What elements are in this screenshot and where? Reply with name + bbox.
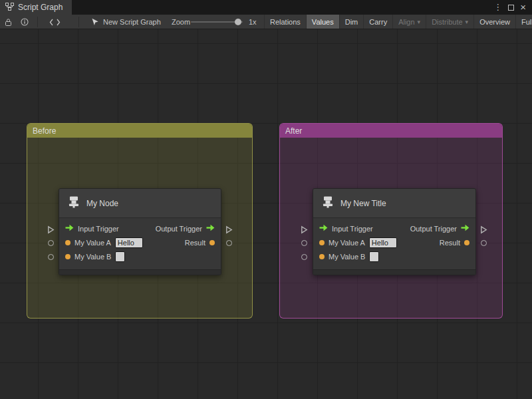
- unit-icon: [67, 196, 80, 211]
- dim-button[interactable]: Dim: [339, 15, 364, 29]
- info-icon[interactable]: [21, 15, 29, 29]
- value-output-icon[interactable]: [209, 240, 215, 245]
- value-b-field[interactable]: [369, 251, 379, 262]
- result-label: Result: [185, 239, 205, 247]
- toolbar-divider: [37, 17, 38, 27]
- value-b-label: My Value B: [329, 253, 365, 261]
- dropdown-arrow-icon: ▾: [418, 19, 421, 25]
- close-icon[interactable]: ×: [520, 0, 526, 15]
- result-port[interactable]: [481, 240, 487, 246]
- carry-button[interactable]: Carry: [363, 15, 392, 29]
- zoom-slider-track[interactable]: [191, 21, 243, 23]
- value-a-label: My Value A: [329, 239, 365, 247]
- output-trigger-label: Output Trigger: [156, 225, 202, 233]
- value-input-icon[interactable]: [65, 254, 70, 259]
- output-trigger-label: Output Trigger: [410, 225, 457, 233]
- node-footer: [313, 269, 475, 275]
- control-output-icon[interactable]: [206, 224, 215, 233]
- graph-pointer-icon: [91, 15, 99, 29]
- control-output-icon[interactable]: [461, 224, 469, 233]
- value-a-field[interactable]: [369, 237, 397, 248]
- align-button[interactable]: Align ▾: [392, 15, 426, 29]
- output-trigger-port[interactable]: [225, 225, 233, 237]
- tab-title: Script Graph: [18, 3, 63, 12]
- value-b-label: My Value B: [74, 253, 111, 261]
- maximize-icon[interactable]: [508, 5, 514, 11]
- value-a-label: My Value A: [74, 239, 111, 247]
- node-body: Input Trigger Output Trigger: [313, 218, 475, 263]
- graph-canvas[interactable]: Before After My Node: [0, 29, 532, 399]
- value-input-icon[interactable]: [319, 240, 325, 245]
- graph-tab-icon: [5, 3, 14, 13]
- unit-icon: [321, 196, 334, 211]
- toolbar: New Script Graph Zoom 1x Relations Value…: [0, 15, 532, 29]
- lock-icon[interactable]: [5, 15, 12, 29]
- script-graph-window: Script Graph ⋮ ×: [0, 0, 532, 399]
- relations-button[interactable]: Relations: [264, 15, 306, 29]
- toolbar-buttons: Relations Values Dim Carry Align ▾ Distr…: [264, 15, 532, 29]
- group-header[interactable]: Before: [27, 124, 252, 138]
- toolbar-divider: [78, 17, 79, 27]
- distribute-button[interactable]: Distribute ▾: [426, 15, 473, 29]
- value-b-port[interactable]: [301, 254, 307, 260]
- value-input-icon[interactable]: [319, 254, 325, 259]
- values-button[interactable]: Values: [306, 15, 339, 29]
- result-label: Result: [440, 239, 460, 247]
- node-my-new-title[interactable]: My New Title Input Trigger Out: [313, 188, 476, 275]
- group-header[interactable]: After: [280, 124, 502, 138]
- node-header[interactable]: My Node: [59, 189, 221, 218]
- overview-button[interactable]: Overview: [473, 15, 515, 29]
- input-trigger-port[interactable]: [301, 225, 308, 237]
- window-controls: ⋮ ×: [493, 0, 532, 15]
- zoom-value: 1x: [249, 15, 257, 29]
- control-input-icon[interactable]: [319, 224, 328, 233]
- zoom-slider-knob[interactable]: [235, 19, 241, 25]
- value-input-icon[interactable]: [65, 240, 70, 245]
- node-title: My Node: [86, 199, 118, 208]
- node-my-node[interactable]: My Node Input Trigger Output T: [59, 188, 221, 275]
- control-input-icon[interactable]: [65, 224, 74, 233]
- dropdown-arrow-icon: ▾: [466, 19, 469, 25]
- tab-script-graph[interactable]: Script Graph: [0, 0, 72, 15]
- tab-bar: Script Graph ⋮ ×: [0, 0, 532, 15]
- output-trigger-port[interactable]: [480, 225, 487, 237]
- graph-name[interactable]: New Script Graph: [103, 15, 161, 29]
- node-body: Input Trigger Output Trigger: [59, 218, 221, 263]
- zoom-slider[interactable]: [191, 15, 243, 29]
- value-b-port[interactable]: [48, 254, 54, 260]
- value-a-port[interactable]: [48, 240, 54, 246]
- input-trigger-port[interactable]: [47, 225, 55, 237]
- group-title: After: [285, 126, 302, 136]
- input-trigger-label: Input Trigger: [78, 225, 119, 233]
- node-footer: [59, 269, 221, 275]
- zoom-label: Zoom: [172, 15, 190, 29]
- pane-menu-icon[interactable]: ⋮: [493, 0, 502, 15]
- value-output-icon[interactable]: [464, 240, 469, 245]
- node-title: My New Title: [340, 199, 386, 208]
- value-a-field[interactable]: [115, 237, 143, 248]
- value-a-port[interactable]: [301, 240, 307, 246]
- node-header[interactable]: My New Title: [313, 189, 475, 218]
- fullscreen-button[interactable]: Full Screen: [515, 15, 532, 29]
- code-icon[interactable]: [49, 15, 61, 29]
- result-port[interactable]: [226, 240, 232, 246]
- value-b-field[interactable]: [115, 251, 125, 262]
- input-trigger-label: Input Trigger: [332, 225, 373, 233]
- group-title: Before: [33, 126, 56, 136]
